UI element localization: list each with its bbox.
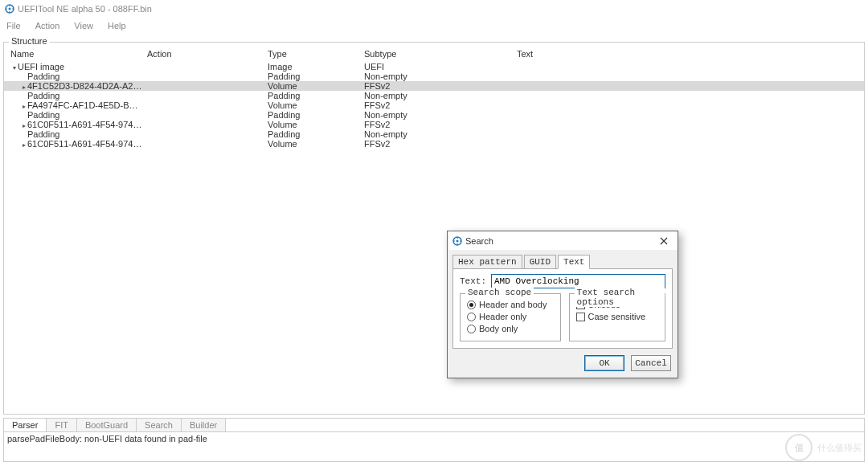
scope-header-and-body[interactable]: Header and body <box>467 300 554 309</box>
bottom-tabs: Parser FIT BootGuard Search Builder <box>3 418 865 431</box>
scope-body-only[interactable]: Body only <box>467 324 554 333</box>
col-text[interactable]: Text <box>514 49 864 59</box>
row-type: Volume <box>264 100 361 110</box>
chevron-right-icon[interactable]: ▸ <box>20 122 27 129</box>
menu-action[interactable]: Action <box>32 21 63 31</box>
row-name: UEFI image <box>18 62 64 72</box>
text-label: Text: <box>460 276 486 286</box>
structure-tree[interactable]: Name Action Type Subtype Text ▾UEFI imag… <box>4 46 864 149</box>
message-line: parsePadFileBody: non-UEFI data found in… <box>7 434 861 444</box>
title-bar: UEFITool NE alpha 50 - 088FF.bin <box>0 0 868 18</box>
dialog-page-text: Text: Search scope Header and body Heade… <box>452 268 673 349</box>
scope-header-only[interactable]: Header only <box>467 312 554 321</box>
dialog-icon <box>452 236 462 246</box>
table-row[interactable]: PaddingPaddingNon-empty <box>4 91 864 100</box>
table-row[interactable]: ▸61C0F511-A691-4F54-974F…VolumeFFSv2 <box>4 139 864 149</box>
row-type: Padding <box>264 110 361 120</box>
tab-builder[interactable]: Builder <box>182 419 226 431</box>
row-name: 61C0F511-A691-4F54-974F… <box>27 139 144 149</box>
row-type: Volume <box>264 120 361 129</box>
row-subtype: Non-empty <box>361 129 514 139</box>
svg-point-1 <box>9 8 11 10</box>
structure-panel: Structure Name Action Type Subtype Text … <box>3 42 865 415</box>
radio-icon <box>467 300 476 309</box>
row-type: Padding <box>264 72 361 81</box>
table-row[interactable]: ▸4F1C52D3-D824-4D2A-A2F0…VolumeFFSv2 <box>4 81 864 91</box>
checkbox-icon <box>576 313 585 321</box>
row-name: Padding <box>27 129 59 139</box>
tree-header: Name Action Type Subtype Text <box>4 46 864 62</box>
watermark-text: 什么值得买 <box>817 442 862 454</box>
row-name: Padding <box>27 72 59 81</box>
radio-icon <box>467 325 476 333</box>
table-row[interactable]: PaddingPaddingNon-empty <box>4 129 864 139</box>
chevron-right-icon[interactable]: ▸ <box>20 141 27 149</box>
menu-bar: File Action View Help <box>0 18 868 34</box>
row-type: Volume <box>264 139 361 149</box>
row-type: Padding <box>264 91 361 100</box>
svg-point-3 <box>457 239 459 242</box>
tab-parser[interactable]: Parser <box>4 419 47 431</box>
row-subtype: FFSv2 <box>361 120 514 129</box>
row-subtype: FFSv2 <box>361 100 514 110</box>
table-row[interactable]: PaddingPaddingNon-empty <box>4 72 864 81</box>
chevron-down-icon[interactable]: ▾ <box>10 64 18 72</box>
table-row[interactable]: ▸FA4974FC-AF1D-4E5D-BDC5…VolumeFFSv2 <box>4 100 864 110</box>
col-subtype[interactable]: Subtype <box>361 49 514 59</box>
row-type: Padding <box>264 129 361 139</box>
row-name: Padding <box>27 110 59 120</box>
col-action[interactable]: Action <box>144 49 264 59</box>
dialog-title: Search <box>465 236 493 246</box>
tab-guid[interactable]: GUID <box>524 255 556 269</box>
table-row[interactable]: ▸61C0F511-A691-4F54-974F…VolumeFFSv2 <box>4 120 864 129</box>
row-subtype: Non-empty <box>361 91 514 100</box>
row-subtype: UEFI <box>361 62 514 72</box>
opt-case-sensitive[interactable]: Case sensitive <box>576 312 658 321</box>
row-type: Image <box>264 62 361 72</box>
message-area[interactable]: parsePadFileBody: non-UEFI data found in… <box>3 431 865 462</box>
row-name: 61C0F511-A691-4F54-974F… <box>27 120 144 129</box>
opts-legend: Text search options <box>575 288 665 307</box>
row-type: Volume <box>264 81 361 91</box>
tab-search[interactable]: Search <box>137 419 182 431</box>
scope-legend: Search scope <box>465 288 534 297</box>
menu-help[interactable]: Help <box>104 21 129 31</box>
row-subtype: FFSv2 <box>361 139 514 149</box>
dialog-tabs: Hex pattern GUID Text <box>452 255 673 269</box>
close-icon[interactable] <box>655 234 673 248</box>
tab-hex[interactable]: Hex pattern <box>452 255 522 269</box>
row-name: 4F1C52D3-D824-4D2A-A2F0… <box>27 81 144 91</box>
search-text-input[interactable] <box>491 274 665 288</box>
menu-file[interactable]: File <box>3 21 24 31</box>
watermark-icon: 值 <box>785 434 813 461</box>
ok-button[interactable]: OK <box>584 355 624 371</box>
table-row[interactable]: ▾UEFI imageImageUEFI <box>4 62 864 72</box>
tab-fit[interactable]: FIT <box>47 419 77 431</box>
watermark: 值 什么值得买 <box>785 434 862 461</box>
search-dialog: Search Hex pattern GUID Text Text: Searc… <box>447 231 678 378</box>
table-row[interactable]: PaddingPaddingNon-empty <box>4 110 864 120</box>
row-subtype: Non-empty <box>361 110 514 120</box>
tab-bootguard[interactable]: BootGuard <box>77 419 137 431</box>
structure-title: Structure <box>9 36 50 46</box>
dialog-titlebar[interactable]: Search <box>448 231 678 251</box>
row-subtype: Non-empty <box>361 72 514 81</box>
col-type[interactable]: Type <box>264 49 361 59</box>
row-name: FA4974FC-AF1D-4E5D-BDC5… <box>27 100 144 110</box>
row-name: Padding <box>27 91 59 100</box>
chevron-right-icon[interactable]: ▸ <box>20 84 27 91</box>
cancel-button[interactable]: Cancel <box>631 355 671 371</box>
radio-icon <box>467 313 476 321</box>
chevron-right-icon[interactable]: ▸ <box>20 103 27 110</box>
row-subtype: FFSv2 <box>361 81 514 91</box>
app-icon <box>5 4 14 14</box>
menu-view[interactable]: View <box>71 21 96 31</box>
window-title: UEFITool NE alpha 50 - 088FF.bin <box>18 4 152 14</box>
col-name[interactable]: Name <box>7 49 144 59</box>
tab-text[interactable]: Text <box>558 255 590 269</box>
